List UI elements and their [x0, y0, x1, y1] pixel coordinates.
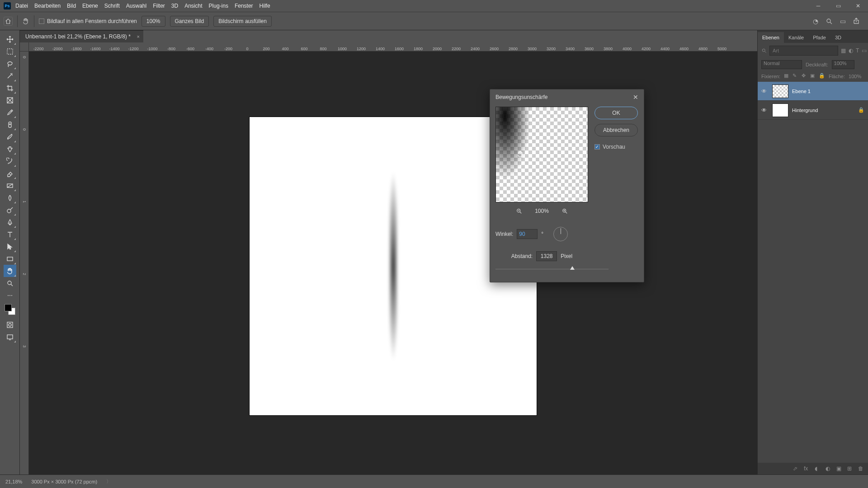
status-chevron-icon[interactable]: 〉	[106, 478, 111, 485]
slider-thumb[interactable]	[570, 266, 575, 270]
move-tool[interactable]	[4, 33, 16, 45]
menu-ansicht[interactable]: Ansicht	[184, 3, 202, 9]
marquee-tool[interactable]	[4, 45, 16, 57]
blur-tool[interactable]	[4, 192, 16, 204]
menu-hilfe[interactable]: Hilfe	[259, 3, 270, 9]
hand-tool[interactable]	[4, 265, 16, 277]
menu-datei[interactable]: Datei	[15, 3, 28, 9]
home-icon[interactable]	[4, 17, 13, 26]
opacity-value[interactable]: 100%	[832, 60, 854, 69]
adjustment-layer-icon[interactable]: ◐	[826, 465, 832, 472]
canvas-area[interactable]	[29, 52, 757, 474]
color-swatches[interactable]	[4, 303, 16, 316]
path-select-tool[interactable]	[4, 240, 16, 253]
layer-name[interactable]: Hintergrund	[792, 108, 818, 113]
horizontal-ruler[interactable]: -2200-2000-1800-1600-1400-1200-1000-800-…	[29, 42, 757, 52]
search-icon[interactable]	[826, 18, 833, 25]
status-zoom[interactable]: 21,18%	[5, 479, 22, 484]
angle-dial[interactable]	[553, 227, 568, 241]
layer-row[interactable]: 👁 Ebene 1	[758, 82, 868, 101]
dialog-titlebar[interactable]: Bewegungsunschärfe ✕	[490, 89, 644, 105]
filter-shape-icon[interactable]: ▭	[862, 47, 867, 55]
distance-input[interactable]	[536, 251, 557, 261]
fill-value[interactable]: 100%	[849, 74, 864, 79]
lock-icon[interactable]: 🔒	[858, 107, 864, 113]
link-layers-icon[interactable]: ⬀	[793, 465, 799, 472]
menu-schrift[interactable]: Schrift	[104, 3, 120, 9]
angle-input[interactable]	[517, 229, 538, 239]
tab-3d[interactable]: 3D	[830, 32, 846, 43]
menu-ebene[interactable]: Ebene	[82, 3, 98, 9]
status-docinfo[interactable]: 3000 Px × 3000 Px (72 ppcm)	[31, 479, 97, 484]
lock-pixels-icon[interactable]: ✎	[793, 73, 797, 80]
fit-screen-button[interactable]: Ganzes Bild	[170, 16, 209, 27]
gradient-tool[interactable]	[4, 179, 16, 192]
dialog-preview[interactable]	[495, 107, 588, 202]
filter-image-icon[interactable]: ▦	[841, 47, 846, 55]
tab-pfade[interactable]: Pfade	[808, 32, 830, 43]
layer-fx-icon[interactable]: fx	[804, 465, 810, 472]
layer-name[interactable]: Ebene 1	[792, 89, 811, 94]
lasso-tool[interactable]	[4, 57, 16, 70]
menu-bearbeiten[interactable]: Bearbeiten	[34, 3, 61, 9]
dodge-tool[interactable]	[4, 204, 16, 216]
layer-thumbnail[interactable]	[772, 103, 788, 117]
eraser-tool[interactable]	[4, 167, 16, 179]
workspace-icon[interactable]: ▭	[839, 18, 846, 25]
clone-tool[interactable]	[4, 143, 16, 155]
zoom-in-icon[interactable]	[561, 208, 568, 214]
layer-mask-icon[interactable]: ◖	[815, 465, 821, 472]
layer-thumbnail[interactable]	[772, 84, 788, 98]
edit-toolbar[interactable]: ⋯	[4, 289, 16, 301]
preview-checkbox[interactable]: Vorschau	[594, 144, 638, 150]
eyedropper-tool[interactable]	[4, 106, 16, 118]
minimize-button[interactable]: ─	[808, 0, 828, 12]
fg-color-swatch[interactable]	[5, 304, 12, 311]
layer-row[interactable]: 👁 Hintergrund 🔒	[758, 101, 868, 120]
document-tab[interactable]: Unbenannt-1 bei 21,2% (Ebene 1, RGB/8) *…	[20, 30, 143, 42]
lock-transparency-icon[interactable]: ▦	[784, 73, 789, 80]
new-layer-icon[interactable]: ⊞	[847, 465, 854, 472]
magic-wand-tool[interactable]	[4, 70, 16, 82]
blend-mode-select[interactable]: Normal	[761, 60, 802, 69]
filter-type-icon[interactable]: T	[856, 47, 859, 55]
menu-auswahl[interactable]: Auswahl	[126, 3, 146, 9]
type-tool[interactable]	[4, 228, 16, 240]
frame-tool[interactable]	[4, 94, 16, 106]
menu-filter[interactable]: Filter	[153, 3, 165, 9]
zoom-100-button[interactable]: 100%	[142, 16, 165, 27]
healing-tool[interactable]	[4, 118, 16, 131]
close-tab-icon[interactable]: ×	[137, 34, 139, 39]
lock-position-icon[interactable]: ✥	[802, 73, 807, 80]
vertical-ruler[interactable]: 0 0 1 2 3	[20, 52, 29, 474]
tab-kanaele[interactable]: Kanäle	[784, 32, 808, 43]
cancel-button[interactable]: Abbrechen	[594, 124, 638, 136]
lock-artboard-icon[interactable]: ▣	[810, 73, 815, 80]
group-icon[interactable]: ▣	[836, 465, 843, 472]
share-icon[interactable]	[853, 18, 860, 25]
ok-button[interactable]: OK	[594, 107, 638, 119]
close-button[interactable]: ✕	[848, 0, 868, 12]
distance-slider[interactable]	[495, 266, 609, 272]
screen-mode-tool[interactable]	[4, 331, 16, 343]
delete-layer-icon[interactable]: 🗑	[858, 465, 864, 472]
filter-adjust-icon[interactable]: ◐	[849, 47, 853, 55]
brush-tool[interactable]	[4, 131, 16, 143]
hand-tool-icon[interactable]	[22, 18, 29, 25]
pen-tool[interactable]	[4, 216, 16, 228]
quick-mask-tool[interactable]	[4, 319, 16, 331]
layer-filter-input[interactable]	[769, 46, 838, 56]
tab-ebenen[interactable]: Ebenen	[758, 32, 784, 43]
rectangle-tool[interactable]	[4, 253, 16, 265]
fill-screen-button[interactable]: Bildschirm ausfüllen	[213, 16, 272, 27]
menu-fenster[interactable]: Fenster	[235, 3, 253, 9]
visibility-icon[interactable]: 👁	[761, 88, 769, 94]
menu-plugins[interactable]: Plug-ins	[209, 3, 228, 9]
crop-tool[interactable]	[4, 82, 16, 94]
lock-all-icon[interactable]: 🔒	[819, 73, 825, 80]
visibility-icon[interactable]: 👁	[761, 107, 769, 113]
scroll-all-checkbox[interactable]: Bildlauf in allen Fenstern durchführen	[39, 18, 137, 24]
dialog-close-icon[interactable]: ✕	[633, 94, 638, 101]
zoom-out-icon[interactable]	[516, 208, 522, 214]
maximize-button[interactable]: ▭	[828, 0, 848, 12]
